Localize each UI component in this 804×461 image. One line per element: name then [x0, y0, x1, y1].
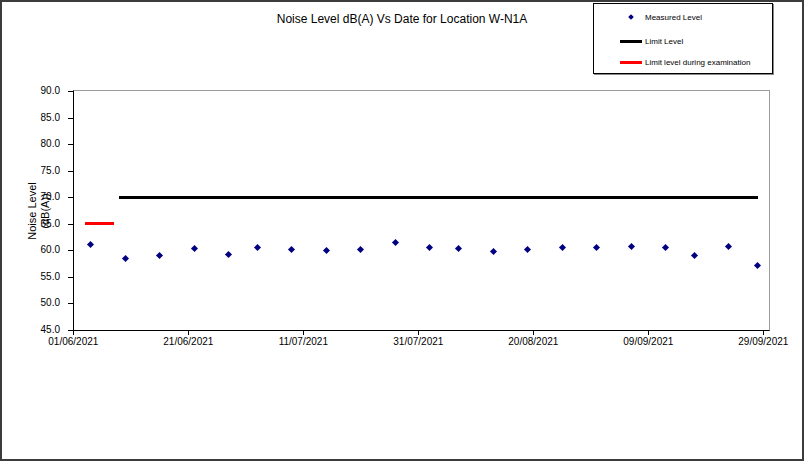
- y-tick-label: 55.0: [18, 272, 60, 282]
- x-tick-label: 09/09/2021: [606, 337, 690, 347]
- y-tick-label: 85.0: [18, 113, 60, 123]
- x-tick-label: 01/06/2021: [31, 337, 115, 347]
- legend-item: Limit level during examination: [594, 54, 772, 70]
- y-tick-label: 65.0: [18, 219, 60, 229]
- legend-item-label: Limit level during examination: [645, 58, 750, 67]
- y-axis-tick: [68, 330, 73, 331]
- limit-level-line: [119, 196, 757, 199]
- legend-marker-col: [620, 40, 642, 43]
- x-tick-label: 31/07/2021: [376, 337, 460, 347]
- y-tick-label: 75.0: [18, 166, 60, 176]
- legend-marker-col: [620, 15, 642, 19]
- y-axis-tick: [68, 91, 73, 92]
- y-axis-tick: [68, 224, 73, 225]
- y-tick-label: 60.0: [18, 245, 60, 255]
- y-axis-tick: [68, 250, 73, 251]
- y-axis-tick: [68, 277, 73, 278]
- diamond-marker-icon: [628, 14, 634, 20]
- y-axis-tick: [68, 303, 73, 304]
- x-axis-tick: [303, 330, 304, 335]
- plot-area: [73, 90, 770, 331]
- legend-item: Limit Level: [594, 33, 772, 49]
- legend: Measured LevelLimit LevelLimit level dur…: [593, 3, 773, 74]
- y-axis-tick: [68, 144, 73, 145]
- legend-item-label: Limit Level: [645, 37, 683, 46]
- x-tick-label: 29/09/2021: [721, 337, 804, 347]
- x-axis-tick: [418, 330, 419, 335]
- exam-limit-line: [85, 222, 114, 225]
- y-axis-tick: [68, 171, 73, 172]
- y-axis-title-line: Noise Level: [26, 182, 39, 239]
- x-axis-tick: [188, 330, 189, 335]
- x-axis-tick: [763, 330, 764, 335]
- y-tick-label: 45.0: [18, 325, 60, 335]
- x-axis-tick: [648, 330, 649, 335]
- y-tick-label: 80.0: [18, 139, 60, 149]
- y-axis-tick: [68, 197, 73, 198]
- y-tick-label: 90.0: [18, 86, 60, 96]
- y-axis-tick: [68, 118, 73, 119]
- x-axis-tick: [73, 330, 74, 335]
- x-tick-label: 21/06/2021: [146, 337, 230, 347]
- x-tick-label: 20/08/2021: [491, 337, 575, 347]
- legend-item-label: Measured Level: [645, 13, 702, 22]
- legend-marker-col: [620, 61, 642, 64]
- y-tick-label: 50.0: [18, 298, 60, 308]
- chart-frame: Noise Level dB(A) Vs Date for Location W…: [0, 0, 804, 461]
- line-marker-icon: [620, 40, 642, 43]
- legend-item: Measured Level: [594, 9, 772, 25]
- y-tick-label: 70.0: [18, 192, 60, 202]
- x-tick-label: 11/07/2021: [261, 337, 345, 347]
- line-marker-icon: [620, 61, 642, 64]
- x-axis-tick: [533, 330, 534, 335]
